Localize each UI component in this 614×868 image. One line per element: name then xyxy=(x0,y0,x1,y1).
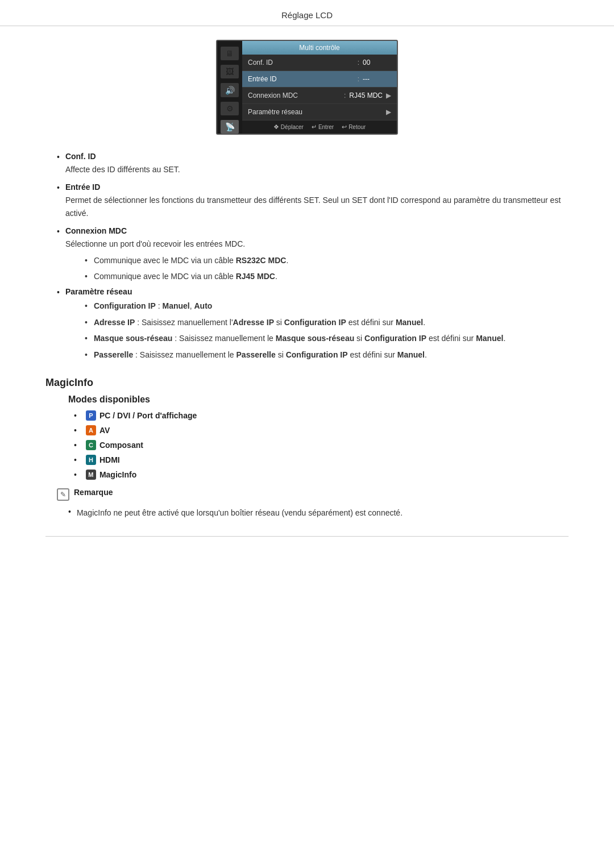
footer-btn-deplacer: ❖ Déplacer xyxy=(273,123,304,131)
bullet-dot-connexion: • xyxy=(57,227,60,236)
mode-icon-pc: P xyxy=(86,410,96,421)
entree-id-title: Entrée ID xyxy=(65,182,100,192)
menu-label-parametre: Paramètre réseau xyxy=(248,108,386,116)
mode-magicinfo: • M MagicInfo xyxy=(74,470,569,480)
value-entree-id: --- xyxy=(363,75,391,83)
value-conf-id: 00 xyxy=(363,59,391,67)
menu-item-entree-id[interactable]: Entrée ID : --- xyxy=(242,71,397,88)
deplacer-icon: ❖ xyxy=(273,123,279,131)
bullet-dot-parametre: • xyxy=(57,288,60,297)
bullet-dot-mode-magicinfo: • xyxy=(74,470,77,479)
mode-label-magicinfo: MagicInfo xyxy=(99,470,136,479)
parametre-sub-3: Masque sous-réseau : Saisissez manuellem… xyxy=(94,332,569,344)
sidebar-icon-5: 📡 xyxy=(221,120,239,134)
sidebar: 🖥 🖼 🔊 ⚙ 📡 xyxy=(217,41,242,134)
sidebar-icon-4: ⚙ xyxy=(221,102,239,115)
sidebar-icon-3: 🔊 xyxy=(221,83,239,97)
menu-label-conf-id: Conf. ID xyxy=(248,59,354,67)
conf-id-desc: Affecte des ID différents au SET. xyxy=(65,163,180,176)
bullet-dot-remark: • xyxy=(68,507,71,516)
entrer-label: Entrer xyxy=(318,124,334,130)
panel-footer: ❖ Déplacer ↵ Entrer ↩ Retour xyxy=(242,121,397,134)
menu-label-entree-id: Entrée ID xyxy=(248,75,354,83)
section-conf-id: • Conf. ID Affecte des ID différents au … xyxy=(57,152,569,178)
page-title: Réglage LCD xyxy=(281,10,333,20)
bullet-dot-mode-av: • xyxy=(74,426,77,435)
connexion-title: Connexion MDC xyxy=(65,226,127,235)
section-parametre-reseau: • Paramètre réseau Configuration IP : Ma… xyxy=(57,287,569,361)
sep-3: : xyxy=(344,92,346,99)
content-area: 🖥 🖼 🔊 ⚙ 📡 Multi contrôle Conf. ID : 00 E… xyxy=(0,40,614,537)
menu-item-parametre[interactable]: Paramètre réseau ▶ xyxy=(242,104,397,121)
parametre-sub-1: Configuration IP : Manuel, Auto xyxy=(94,300,569,312)
entrer-icon: ↵ xyxy=(312,123,317,131)
mode-icon-magicinfo: M xyxy=(86,470,96,480)
magicinfo-title: MagicInfo xyxy=(45,377,569,389)
parametre-sub-2: Adresse IP : Saisissez manuellement l'Ad… xyxy=(94,316,569,329)
remark-item: • MagicInfo ne peut être activé que lors… xyxy=(68,506,569,519)
parametre-title: Paramètre réseau xyxy=(65,287,132,296)
entree-id-desc: Permet de sélectionner les fonctions du … xyxy=(65,194,569,219)
connexion-sub-2: Communique avec le MDC via un câble RJ45… xyxy=(94,270,569,283)
ui-panel: 🖥 🖼 🔊 ⚙ 📡 Multi contrôle Conf. ID : 00 E… xyxy=(216,40,398,135)
remark-icon: ✎ xyxy=(57,488,69,501)
sidebar-icon-2: 🖼 xyxy=(221,65,239,78)
bullet-dot-mode-composant: • xyxy=(74,441,77,450)
mode-label-composant: Composant xyxy=(99,441,143,450)
section-connexion-mdc: • Connexion MDC Sélectionne un port d'où… xyxy=(57,226,569,283)
sidebar-icon-1: 🖥 xyxy=(221,47,239,60)
mode-label-av: AV xyxy=(99,426,110,435)
mode-pc: • P PC / DVI / Port d'affichage xyxy=(74,410,569,421)
section-entree-id: • Entrée ID Permet de sélectionner les f… xyxy=(57,182,569,222)
bullet-dot-mode-hdmi: • xyxy=(74,455,77,464)
mode-hdmi: • H HDMI xyxy=(74,455,569,465)
footer-btn-entrer: ↵ Entrer xyxy=(312,123,334,131)
remark-box: ✎ Remarque xyxy=(57,488,569,501)
menu-item-connexion[interactable]: Connexion MDC : RJ45 MDC ▶ xyxy=(242,88,397,104)
parametre-sub-4: Passerelle : Saisissez manuellement le P… xyxy=(94,348,569,361)
connexion-desc: Sélectionne un port d'où recevoir les en… xyxy=(65,238,569,250)
connexion-sub-1: Communique avec le MDC via un câble RS23… xyxy=(94,254,569,267)
modes-title: Modes disponibles xyxy=(68,394,569,405)
panel-title: Multi contrôle xyxy=(242,41,397,55)
footer-btn-retour: ↩ Retour xyxy=(342,123,366,131)
bullet-dot-mode-pc: • xyxy=(74,411,77,420)
deplacer-label: Déplacer xyxy=(281,124,304,130)
value-connexion: RJ45 MDC xyxy=(349,92,383,99)
mode-icon-composant: C xyxy=(86,440,96,450)
conf-id-title: Conf. ID xyxy=(65,152,96,161)
remark-text: MagicInfo ne peut être activé que lorsqu… xyxy=(77,506,403,519)
mode-icon-av: A xyxy=(86,425,96,435)
sep-1: : xyxy=(358,59,359,67)
mode-label-hdmi: HDMI xyxy=(99,455,120,464)
retour-icon: ↩ xyxy=(342,123,347,131)
mode-av: • A AV xyxy=(74,425,569,435)
menu-label-connexion: Connexion MDC xyxy=(248,92,341,99)
arrow-parametre: ▶ xyxy=(386,108,391,116)
bottom-rule xyxy=(45,536,569,537)
arrow-connexion: ▶ xyxy=(386,92,391,99)
mode-label-pc: PC / DVI / Port d'affichage xyxy=(99,411,197,420)
bullet-dot-entree-id: • xyxy=(57,183,60,192)
menu-item-conf-id[interactable]: Conf. ID : 00 xyxy=(242,55,397,71)
page-header: Réglage LCD xyxy=(0,0,614,26)
sep-2: : xyxy=(358,75,359,83)
remark-title: Remarque xyxy=(74,488,113,497)
bullet-dot-conf-id: • xyxy=(57,152,60,161)
ui-panel-wrapper: 🖥 🖼 🔊 ⚙ 📡 Multi contrôle Conf. ID : 00 E… xyxy=(45,40,569,135)
mode-icon-hdmi: H xyxy=(86,455,96,465)
panel-main: Multi contrôle Conf. ID : 00 Entrée ID :… xyxy=(242,41,397,134)
mode-composant: • C Composant xyxy=(74,440,569,450)
retour-label: Retour xyxy=(349,124,366,130)
